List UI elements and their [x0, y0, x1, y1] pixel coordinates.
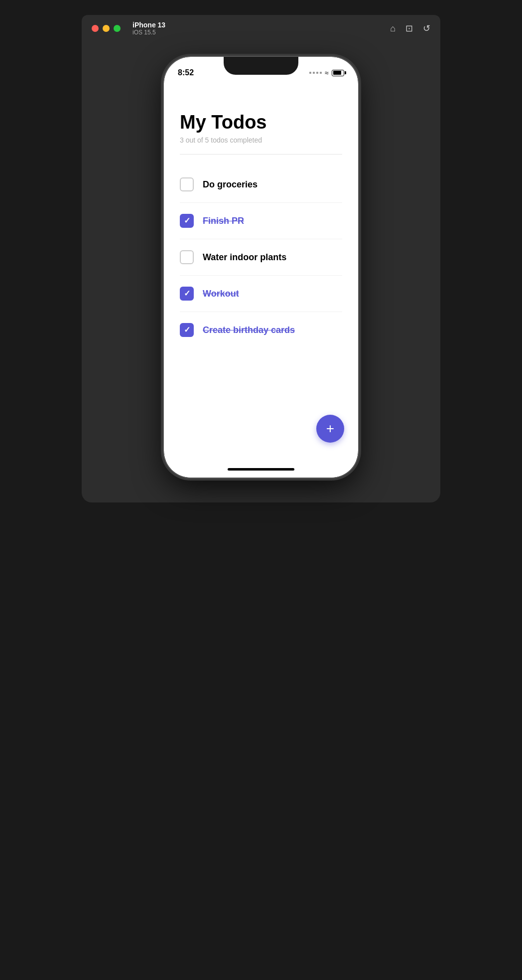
screenshot-icon[interactable]: ⊡	[405, 23, 413, 34]
home-bar	[228, 468, 294, 471]
todo-item: Water indoor plants	[180, 239, 342, 276]
status-time: 8:52	[178, 68, 194, 77]
todo-item: ✓ Finish PR	[180, 203, 342, 239]
app-subtitle: 3 out of 5 todos completed	[180, 136, 342, 144]
checkmark-icon: ✓	[184, 290, 190, 298]
plus-icon: +	[326, 422, 334, 436]
todo-checkbox-5[interactable]: ✓	[180, 323, 194, 337]
status-icons: ≈	[309, 69, 344, 77]
todo-checkbox-1[interactable]	[180, 177, 194, 191]
app-content: My Todos 3 out of 5 todos completed Do g…	[164, 82, 358, 461]
divider	[180, 154, 342, 155]
battery-icon	[332, 70, 344, 76]
todo-label-1: Do groceries	[203, 179, 258, 190]
todo-checkbox-4[interactable]: ✓	[180, 287, 194, 301]
todo-checkbox-3[interactable]	[180, 250, 194, 264]
traffic-lights	[92, 25, 121, 32]
checkmark-icon: ✓	[184, 326, 190, 334]
phone-screen: 8:52 ≈ My Todos 3 out of	[164, 57, 358, 478]
todo-list: Do groceries ✓ Finish PR Water indoor pl…	[180, 166, 342, 348]
device-info: iPhone 13 iOS 15.5	[132, 21, 165, 36]
signal-icon	[309, 72, 322, 74]
mac-titlebar: iPhone 13 iOS 15.5 ⌂ ⊡ ↺	[82, 15, 440, 42]
iphone-frame: 8:52 ≈ My Todos 3 out of	[164, 57, 358, 478]
rotate-icon[interactable]: ↺	[423, 23, 430, 34]
iphone-wrapper: 8:52 ≈ My Todos 3 out of	[82, 42, 440, 502]
todo-item: ✓ Workout	[180, 276, 342, 312]
home-icon[interactable]: ⌂	[390, 23, 395, 34]
todo-label-5: Create birthday cards	[203, 325, 295, 335]
todo-item: Do groceries	[180, 166, 342, 203]
checkmark-icon: ✓	[184, 217, 190, 225]
device-os: iOS 15.5	[132, 29, 165, 36]
mac-actions: ⌂ ⊡ ↺	[390, 23, 430, 34]
todo-checkbox-2[interactable]: ✓	[180, 214, 194, 228]
app-title: My Todos	[180, 112, 342, 133]
todo-label-2: Finish PR	[203, 216, 244, 226]
home-indicator	[164, 461, 358, 478]
add-todo-button[interactable]: +	[316, 415, 344, 443]
todo-item: ✓ Create birthday cards	[180, 312, 342, 348]
close-button[interactable]	[92, 25, 99, 32]
minimize-button[interactable]	[103, 25, 110, 32]
notch	[224, 57, 298, 75]
fullscreen-button[interactable]	[114, 25, 121, 32]
todo-label-3: Water indoor plants	[203, 252, 286, 263]
device-name: iPhone 13	[132, 21, 165, 29]
wifi-icon: ≈	[325, 69, 329, 77]
todo-label-4: Workout	[203, 289, 239, 299]
